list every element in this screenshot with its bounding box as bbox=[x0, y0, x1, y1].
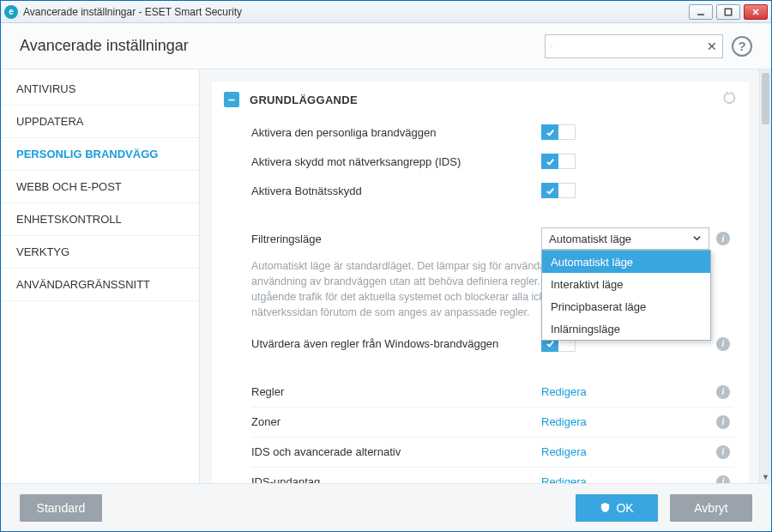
footer: Standard OK Avbryt bbox=[1, 483, 771, 531]
button-label: Avbryt bbox=[694, 501, 727, 515]
check-icon bbox=[541, 183, 558, 198]
row-rules: Regler Redigera i bbox=[212, 378, 749, 407]
toggle-off bbox=[558, 124, 576, 140]
window-title: Avancerade inställningar - ESET Smart Se… bbox=[23, 6, 242, 18]
button-label: OK bbox=[616, 501, 633, 515]
search-input[interactable] bbox=[558, 39, 702, 52]
panel-title: GRUNDLÄGGANDE bbox=[250, 94, 358, 106]
sidebar-item-label: ANTIVIRUS bbox=[16, 82, 75, 95]
dropdown-option[interactable]: Interaktivt läge bbox=[542, 273, 710, 295]
svg-point-4 bbox=[551, 45, 552, 46]
page-title: Avancerade inställningar bbox=[20, 37, 189, 55]
header: Avancerade inställningar ✕ ? bbox=[1, 23, 771, 70]
row-filtering-mode: Filtreringsläge Automatiskt läge Automat… bbox=[212, 224, 749, 253]
row-ids-exceptions: IDS-undantag Redigera i bbox=[212, 468, 749, 484]
search-wrap: ✕ ? bbox=[545, 34, 752, 58]
row-label: IDS-undantag bbox=[251, 475, 541, 483]
sidebar-item-update[interactable]: UPPDATERA bbox=[1, 106, 199, 138]
filtering-mode-select[interactable]: Automatiskt läge Automatiskt läge Intera… bbox=[541, 227, 709, 250]
info-icon[interactable]: i bbox=[716, 445, 730, 459]
body: ANTIVIRUS UPPDATERA PERSONLIG BRANDVÄGG … bbox=[1, 70, 771, 483]
shield-ok-icon bbox=[600, 502, 611, 513]
sidebar-item-label: ANVÄNDARGRÄNSSNITT bbox=[16, 278, 150, 291]
scroll-down-icon[interactable]: ▼ bbox=[760, 471, 771, 483]
toggle-enable-botnet[interactable] bbox=[541, 183, 576, 198]
row-label: Filtreringsläge bbox=[251, 233, 541, 245]
sidebar-item-web-email[interactable]: WEBB OCH E-POST bbox=[1, 171, 199, 203]
sidebar-item-label: PERSONLIG BRANDVÄGG bbox=[16, 148, 158, 160]
titlebar: e Avancerade inställningar - ESET Smart … bbox=[1, 1, 771, 23]
edit-link[interactable]: Redigera bbox=[541, 475, 587, 483]
row-label: IDS och avancerade alternativ bbox=[251, 445, 541, 458]
toggle-enable-firewall[interactable] bbox=[541, 124, 576, 140]
edit-link[interactable]: Redigera bbox=[541, 445, 587, 458]
window-buttons bbox=[689, 4, 768, 20]
sidebar-item-label: ENHETSKONTROLL bbox=[16, 213, 122, 226]
window: e Avancerade inställningar - ESET Smart … bbox=[0, 0, 772, 532]
info-icon[interactable]: i bbox=[716, 232, 730, 245]
row-enable-ids: Aktivera skydd mot nätverksangrepp (IDS) bbox=[212, 147, 749, 176]
scroll-thumb[interactable] bbox=[762, 73, 769, 124]
row-control bbox=[541, 124, 713, 140]
panel-basic: – GRUNDLÄGGANDE Aktivera den personliga … bbox=[212, 82, 749, 483]
filtering-mode-dropdown: Automatiskt läge Interaktivt läge Princi… bbox=[541, 250, 711, 341]
row-zones: Zoner Redigera i bbox=[212, 408, 749, 437]
sidebar-item-label: WEBB OCH E-POST bbox=[16, 180, 122, 193]
check-icon bbox=[541, 124, 558, 140]
app-icon: e bbox=[4, 5, 18, 19]
sidebar-item-label: VERKTYG bbox=[16, 245, 69, 258]
row-label: Aktivera den personliga brandväggen bbox=[251, 126, 541, 139]
row-enable-firewall: Aktivera den personliga brandväggen bbox=[212, 118, 749, 147]
select-value: Automatiskt läge bbox=[549, 233, 631, 245]
search-box[interactable]: ✕ bbox=[545, 34, 723, 58]
close-button[interactable] bbox=[744, 4, 768, 20]
row-label: Aktivera Botnätsskydd bbox=[251, 184, 541, 197]
row-label: Aktivera skydd mot nätverksangrepp (IDS) bbox=[251, 155, 541, 168]
row-ids-advanced: IDS och avancerade alternativ Redigera i bbox=[212, 438, 749, 467]
search-icon bbox=[551, 40, 552, 52]
info-icon[interactable]: i bbox=[716, 385, 730, 399]
svg-line-5 bbox=[552, 46, 552, 47]
edit-link[interactable]: Redigera bbox=[541, 385, 587, 398]
row-enable-botnet: Aktivera Botnätsskydd bbox=[212, 176, 749, 205]
help-button[interactable]: ? bbox=[732, 36, 752, 57]
row-label: Utvärdera även regler från Windows-brand… bbox=[251, 337, 541, 350]
chevron-down-icon bbox=[692, 233, 702, 245]
default-button[interactable]: Standard bbox=[20, 494, 102, 522]
row-label: Zoner bbox=[251, 415, 541, 428]
search-clear-icon[interactable]: ✕ bbox=[707, 39, 717, 53]
content: – GRUNDLÄGGANDE Aktivera den personliga … bbox=[200, 70, 759, 483]
dropdown-option[interactable]: Automatiskt läge bbox=[542, 251, 710, 273]
panel-header: – GRUNDLÄGGANDE bbox=[212, 82, 749, 118]
sidebar-item-label: UPPDATERA bbox=[16, 115, 84, 128]
ok-button[interactable]: OK bbox=[576, 494, 658, 522]
dropdown-option[interactable]: Inlärningsläge bbox=[542, 317, 710, 340]
maximize-button[interactable] bbox=[716, 4, 740, 20]
edit-link[interactable]: Redigera bbox=[541, 415, 587, 428]
sidebar-item-firewall[interactable]: PERSONLIG BRANDVÄGG bbox=[1, 138, 199, 171]
sidebar-item-ui[interactable]: ANVÄNDARGRÄNSSNITT bbox=[1, 269, 199, 301]
collapse-icon[interactable]: – bbox=[224, 92, 239, 107]
check-icon bbox=[541, 154, 558, 169]
svg-rect-1 bbox=[725, 9, 732, 15]
button-label: Standard bbox=[37, 501, 86, 515]
minimize-button[interactable] bbox=[689, 4, 713, 20]
content-wrap: – GRUNDLÄGGANDE Aktivera den personliga … bbox=[200, 70, 771, 483]
row-label: Regler bbox=[251, 385, 541, 398]
sidebar: ANTIVIRUS UPPDATERA PERSONLIG BRANDVÄGG … bbox=[1, 70, 200, 483]
info-icon[interactable]: i bbox=[716, 415, 730, 429]
sidebar-item-device-control[interactable]: ENHETSKONTROLL bbox=[1, 203, 199, 236]
sidebar-item-antivirus[interactable]: ANTIVIRUS bbox=[1, 73, 199, 106]
scrollbar[interactable]: ▲ ▼ bbox=[759, 70, 771, 483]
info-icon[interactable]: i bbox=[716, 337, 730, 351]
info-icon[interactable]: i bbox=[716, 475, 730, 484]
sidebar-item-tools[interactable]: VERKTYG bbox=[1, 236, 199, 269]
dropdown-option[interactable]: Principbaserat läge bbox=[542, 295, 710, 317]
cancel-button[interactable]: Avbryt bbox=[670, 494, 752, 522]
toggle-enable-ids[interactable] bbox=[541, 154, 576, 169]
reset-icon[interactable] bbox=[723, 91, 737, 108]
